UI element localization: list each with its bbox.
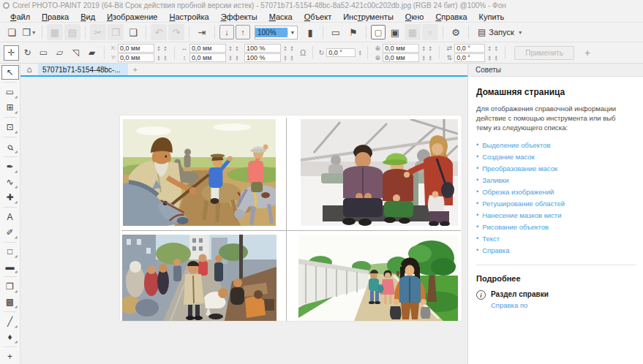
menu-файл[interactable]: Файл: [4, 12, 36, 21]
menu-объект[interactable]: Объект: [298, 12, 337, 21]
undo-button: ↶: [151, 24, 167, 40]
line-tool[interactable]: ╱◢: [1, 314, 19, 329]
flyout-arrow-icon: ◢: [15, 304, 18, 308]
text-tool[interactable]: A: [1, 210, 19, 224]
snap-options-button: ▫: [422, 24, 438, 40]
liquid-smear-tool[interactable]: ∿◢: [1, 175, 19, 189]
pick-tool[interactable]: ↖: [1, 65, 19, 80]
copy-button: ❐: [108, 24, 124, 40]
hint-link[interactable]: •Преобразование масок: [476, 162, 643, 174]
mask-marquee-button[interactable]: ▢: [371, 25, 386, 39]
hints-panel-header[interactable]: Советы: [468, 64, 643, 77]
help-section-link[interactable]: Справка по: [491, 301, 549, 309]
center-y-field[interactable]: 0,0 мм: [383, 53, 419, 62]
canvas-image-street-crowd: [122, 235, 277, 321]
launch-button[interactable]: ▤ Запуск ▼: [473, 26, 527, 39]
document-tab[interactable]: 57071b71-5154-48bc-...: [38, 64, 128, 75]
export-down-button[interactable]: ↓: [219, 25, 234, 39]
menu-настройка[interactable]: Настройка: [163, 12, 214, 21]
menu-изображение[interactable]: Изображение: [101, 12, 163, 21]
flyout-arrow-icon: ◢: [15, 184, 18, 189]
new-tab-button[interactable]: +: [128, 64, 143, 75]
document-page[interactable]: [119, 115, 462, 322]
skew-y-field[interactable]: 0,0 °: [454, 53, 485, 62]
main-content: ↖▭◢⊞◢⊡◢ϙ◢✒◢∿◢✚◢A✐◢□◢▬◢❐◢▩◢╱◢♦◢+ ⌂ 57071b…: [0, 64, 643, 364]
scale-mode-button[interactable]: ▭: [36, 45, 51, 61]
flyout-arrow-icon: ◢: [15, 254, 18, 258]
hint-link[interactable]: •Нанесение мазков кисти: [476, 209, 643, 221]
distort-mode-button[interactable]: ◹: [68, 45, 83, 61]
menu-купить[interactable]: Купить: [473, 12, 511, 21]
zoom-caret-icon[interactable]: ▼: [287, 30, 297, 35]
apply-button[interactable]: Применить: [514, 46, 574, 60]
zoom-level-combo[interactable]: 100% ▼: [255, 26, 298, 39]
perspective-mode-button[interactable]: ▰: [84, 45, 99, 61]
new-document-button[interactable]: ❏: [4, 24, 20, 40]
hint-link[interactable]: •Заливки: [476, 174, 643, 186]
show-grid-button[interactable]: ⚑: [345, 24, 361, 40]
paint-tool[interactable]: ✐◢: [1, 225, 19, 240]
add-tool-button[interactable]: +: [1, 349, 19, 364]
hint-link[interactable]: •Выделение объектов: [476, 139, 643, 151]
menu-эффекты[interactable]: Эффекты: [215, 12, 263, 21]
hint-link[interactable]: •Текст: [476, 232, 643, 244]
zoom-tool[interactable]: ϙ◢: [1, 140, 19, 154]
home-tab[interactable]: ⌂: [20, 64, 38, 75]
add-propbar-item-button[interactable]: +: [580, 47, 595, 58]
skew-mode-button[interactable]: ▱: [52, 45, 67, 61]
skew-x-field[interactable]: 0,0 °: [454, 44, 485, 53]
position-y-field[interactable]: 0,0 мм: [118, 53, 154, 62]
flyout-arrow-icon: ◢: [15, 110, 18, 114]
scale-x-field[interactable]: 100 %: [244, 44, 281, 53]
object-transparency-tool[interactable]: ❐◢: [1, 279, 19, 294]
import-button[interactable]: ⇥: [194, 24, 210, 40]
height-field[interactable]: 0,0 мм: [189, 53, 226, 62]
scale-y-field[interactable]: 100 %: [244, 53, 281, 62]
cut-button: ✂: [90, 24, 106, 40]
lock-aspect-icon[interactable]: Ω: [300, 48, 306, 57]
hint-link[interactable]: •Ретуширование областей: [476, 197, 643, 209]
menu-правка[interactable]: Правка: [36, 12, 75, 21]
menu-окно[interactable]: Окно: [399, 12, 430, 21]
menu-маска[interactable]: Маска: [263, 12, 298, 21]
paste-button[interactable]: ❑: [125, 24, 141, 40]
clip-mask-button[interactable]: ▣: [387, 24, 403, 40]
menu-инструменты[interactable]: Инструменты: [337, 12, 399, 21]
show-rulers-button[interactable]: ▭: [328, 24, 344, 40]
position-x-field[interactable]: 0,0 мм: [118, 44, 154, 53]
width-field[interactable]: 0,0 мм: [189, 44, 226, 53]
export-up-button[interactable]: ↑: [236, 25, 250, 39]
position-mode-button[interactable]: ✛: [4, 45, 19, 61]
rectangle-tool[interactable]: □◢: [1, 245, 19, 259]
open-caret-icon[interactable]: ▼: [31, 30, 37, 35]
hint-link[interactable]: •Справка: [476, 244, 643, 256]
x-spinner[interactable]: ▲▼: [156, 45, 162, 51]
home-icon: ⌂: [26, 64, 31, 75]
center-x-field[interactable]: 0,0 мм: [383, 44, 419, 53]
canvas-image-horsemen: [123, 119, 276, 226]
menu-вид[interactable]: Вид: [75, 12, 101, 21]
touch-up-tool[interactable]: ✚◢: [1, 190, 19, 205]
eyedropper-tool[interactable]: ✒◢: [1, 159, 19, 174]
hint-link[interactable]: •Обрезка изображений: [476, 186, 643, 197]
y-spinner[interactable]: ▲▼: [156, 55, 162, 61]
zoom-level-value[interactable]: 100%: [255, 28, 287, 37]
hint-link[interactable]: •Создание масок: [476, 151, 643, 162]
rectangle-mask-tool[interactable]: ▭◢: [1, 85, 19, 99]
launch-window-icon: ▤: [478, 27, 486, 37]
open-button[interactable]: ❒▼: [21, 24, 37, 40]
canvas-workspace[interactable]: [20, 77, 467, 364]
options-gear-button[interactable]: ⚙: [448, 24, 464, 40]
image-sprayer-tool[interactable]: ▩◢: [1, 295, 19, 309]
eraser-tool[interactable]: ▬◢: [1, 259, 19, 274]
crop-tool[interactable]: ⊡◢: [1, 120, 19, 134]
fullscreen-preview-button[interactable]: ▮: [302, 24, 318, 40]
menu-справка[interactable]: Справка: [429, 12, 473, 21]
rotation-angle-field[interactable]: 0,0 °: [326, 48, 356, 57]
hint-link[interactable]: •Рисование объектов: [476, 221, 643, 232]
print-button: ▤: [64, 24, 80, 40]
rotate-mode-button[interactable]: ↻: [20, 45, 35, 61]
flyout-arrow-icon: ◢: [15, 269, 18, 273]
fill-tool[interactable]: ♦◢: [1, 330, 19, 344]
mask-transform-tool[interactable]: ⊞◢: [1, 100, 19, 115]
